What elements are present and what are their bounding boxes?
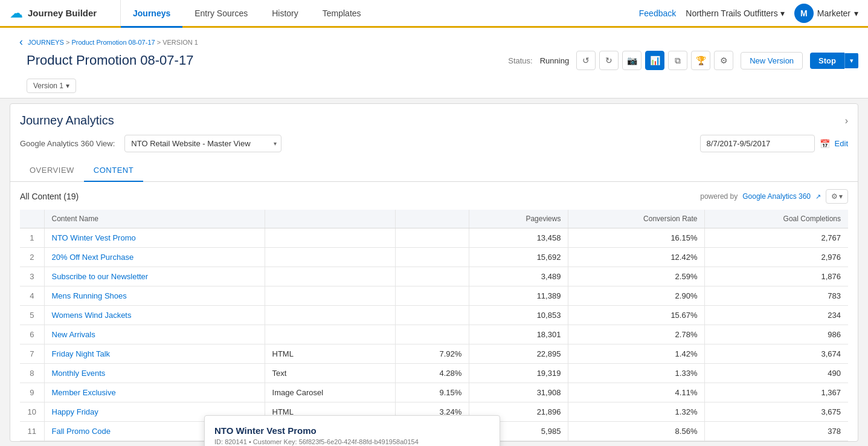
row-type: [265, 306, 396, 325]
row-content-name[interactable]: NTO Winter Vest Promo: [44, 228, 265, 248]
table-header-row: All Content (19) powered by Google Analy…: [20, 189, 848, 204]
row-conv-rate: 2.59%: [568, 267, 705, 286]
tab-journeys[interactable]: Journeys: [121, 0, 182, 28]
row-goal: 1,876: [705, 267, 848, 286]
table-row: 8 Monthly Events Text 4.28% 19,319 1.33%…: [20, 364, 848, 383]
row-ctr: [396, 286, 469, 306]
table-section: All Content (19) powered by Google Analy…: [10, 182, 858, 441]
table-row: 6 New Arrivals 18,301 2.78% 986: [20, 325, 848, 344]
redo-button[interactable]: ↻: [599, 51, 619, 70]
analytics-controls: Google Analytics 360 View: NTO Retail We…: [10, 128, 858, 160]
edit-link[interactable]: Edit: [835, 139, 848, 148]
row-pageviews: 13,458: [469, 228, 568, 248]
tooltip-sep: • Customer Key:: [249, 438, 299, 445]
row-num: 11: [20, 422, 44, 441]
settings-gear-button[interactable]: ⚙: [714, 51, 733, 70]
table-row: 3 Subscribe to our Newsletter 3,489 2.59…: [20, 267, 848, 286]
row-content-name[interactable]: Friday Night Talk: [44, 344, 265, 364]
table-row: 7 Friday Night Talk HTML 7.92% 22,895 1.…: [20, 344, 848, 364]
row-num: 1: [20, 228, 44, 248]
tab-templates[interactable]: Templates: [310, 0, 373, 28]
row-content-name[interactable]: Subscribe to our Newsletter: [44, 267, 265, 286]
row-content-name[interactable]: Womens Wind Jackets: [44, 306, 265, 325]
ga-view-select[interactable]: NTO Retail Website - Master View: [124, 135, 281, 152]
row-content-name[interactable]: 20% Off Next Purchase: [44, 248, 265, 267]
ga-select-wrapper: NTO Retail Website - Master View ▾: [124, 135, 281, 152]
calendar-icon[interactable]: 📅: [820, 139, 830, 149]
col-type: [265, 210, 396, 228]
row-conv-rate: 12.42%: [568, 248, 705, 267]
settings-arrow-icon: ▾: [839, 192, 843, 201]
row-type: [265, 248, 396, 267]
row-goal: 378: [705, 422, 848, 441]
row-pageviews: 3,489: [469, 267, 568, 286]
row-goal: 2,976: [705, 248, 848, 267]
tab-content[interactable]: CONTENT: [84, 160, 143, 182]
page-header: ‹ JOURNEYS > Product Promotion 08-07-17 …: [10, 30, 858, 48]
row-pageviews: 11,389: [469, 286, 568, 306]
row-pageviews: 18,301: [469, 325, 568, 344]
breadcrumb-journey[interactable]: Product Promotion 08-07-17: [71, 39, 155, 46]
page-title-section: ‹ JOURNEYS > Product Promotion 08-07-17 …: [19, 35, 198, 48]
row-content-name[interactable]: Monthly Events: [44, 364, 265, 383]
row-conv-rate: 8.56%: [568, 422, 705, 441]
row-ctr: [396, 325, 469, 344]
row-conv-rate: 1.33%: [568, 364, 705, 383]
tooltip-popup: NTO Winter Vest Promo ID: 820141 • Custo…: [204, 415, 500, 446]
row-num: 7: [20, 344, 44, 364]
row-goal: 2,767: [705, 228, 848, 248]
row-num: 8: [20, 364, 44, 383]
new-version-button[interactable]: New Version: [741, 52, 803, 69]
tooltip-id: 820141: [225, 438, 247, 445]
analytics-button[interactable]: 📊: [645, 51, 664, 70]
row-content-name[interactable]: Mens Running Shoes: [44, 286, 265, 306]
row-goal: 986: [705, 325, 848, 344]
breadcrumb-journeys[interactable]: JOURNEYS: [28, 39, 64, 46]
org-dropdown-icon: ▾: [780, 8, 785, 18]
row-ctr: [396, 267, 469, 286]
row-content-name[interactable]: Member Exclusive: [44, 383, 265, 402]
content-tabs: OVERVIEW CONTENT: [10, 160, 858, 182]
tab-overview[interactable]: OVERVIEW: [20, 160, 84, 182]
row-pageviews: 10,853: [469, 306, 568, 325]
row-content-name[interactable]: New Arrivals: [44, 325, 265, 344]
brand-section: ☁ Journey Builder: [0, 0, 121, 26]
feedback-link[interactable]: Feedback: [639, 8, 676, 18]
user-selector[interactable]: M Marketer ▾: [794, 4, 858, 23]
status-value: Running: [540, 56, 569, 65]
col-pageviews: Pageviews: [469, 210, 568, 228]
row-ctr: [396, 228, 469, 248]
col-goal: Goal Completions: [705, 210, 848, 228]
tooltip-meta: ID: 820141 • Customer Key: 56f823f5-6e20…: [214, 438, 490, 445]
undo-button[interactable]: ↺: [576, 51, 596, 70]
row-conv-rate: 4.11%: [568, 383, 705, 402]
row-pageviews: 19,319: [469, 364, 568, 383]
version-selector[interactable]: Version 1 ▾: [27, 79, 76, 93]
row-conv-rate: 16.15%: [568, 228, 705, 248]
row-goal: 234: [705, 306, 848, 325]
analytics-back-button[interactable]: ›: [845, 115, 848, 126]
salesforce-cloud-icon: ☁: [10, 5, 23, 21]
tooltip-customer-key: 56f823f5-6e20-424f-88fd-b491958a0154: [299, 438, 419, 445]
nav-right: Feedback Northern Trails Outfitters ▾ M …: [629, 0, 868, 26]
stop-main-button[interactable]: Stop: [810, 53, 844, 69]
copy-button[interactable]: ⧉: [668, 51, 687, 70]
column-settings-button[interactable]: ⚙ ▾: [826, 189, 848, 204]
tab-history[interactable]: History: [260, 0, 310, 28]
nav-tabs: Journeys Entry Sources History Templates: [121, 0, 629, 26]
date-range-input[interactable]: [700, 135, 815, 152]
ga-link[interactable]: Google Analytics 360: [742, 192, 811, 201]
ga-label: Google Analytics 360 View:: [20, 139, 115, 148]
page-title: Product Promotion 08-07-17: [27, 53, 193, 68]
external-link-icon: ↗: [815, 193, 821, 201]
row-num: 6: [20, 325, 44, 344]
camera-button[interactable]: 📷: [622, 51, 641, 70]
table-header-right: powered by Google Analytics 360 ↗ ⚙ ▾: [700, 189, 848, 204]
back-button[interactable]: ‹: [19, 36, 23, 48]
row-goal: 3,674: [705, 344, 848, 364]
user-name: Marketer: [817, 8, 850, 18]
stop-dropdown-button[interactable]: ▾: [844, 53, 858, 68]
org-selector[interactable]: Northern Trails Outfitters ▾: [686, 8, 785, 18]
tab-entry-sources[interactable]: Entry Sources: [182, 0, 260, 28]
trophy-button[interactable]: 🏆: [691, 51, 710, 70]
